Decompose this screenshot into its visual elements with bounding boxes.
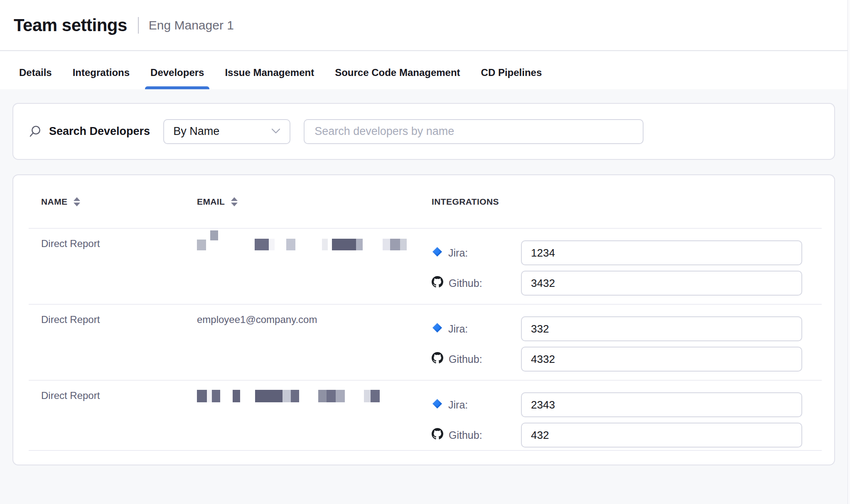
search-developers-label: Search Developers: [49, 125, 150, 138]
developer-email-cell: [184, 229, 419, 304]
jira-label: Jira:: [448, 247, 468, 259]
jira-id-input[interactable]: [521, 316, 802, 341]
jira-id-input[interactable]: [521, 240, 802, 265]
jira-label-group: Jira:: [432, 398, 521, 412]
github-icon: [432, 276, 443, 290]
github-icon: [432, 352, 443, 366]
redacted-email: [197, 390, 380, 402]
github-icon: [432, 428, 443, 442]
table-body: Direct Report: [29, 229, 822, 451]
search-input[interactable]: [304, 119, 644, 144]
integrations-cell: Jira: Github:: [419, 381, 822, 450]
jira-id-input[interactable]: [521, 392, 802, 417]
integrations-cell: Jira: Github:: [419, 229, 822, 304]
github-integration-line: Github:: [432, 423, 802, 448]
github-integration-line: Github:: [432, 347, 802, 372]
jira-integration-line: Jira:: [432, 240, 802, 265]
developer-email-cell: [184, 381, 419, 450]
developers-table-card: NAME EMAIL INTEGRATIONS Direct Report: [12, 174, 835, 465]
developer-name-cell: Direct Report: [29, 305, 184, 380]
github-label: Github:: [449, 353, 482, 365]
table-row: Direct Report employee1@company.com: [29, 305, 822, 381]
column-header-name: NAME: [29, 197, 184, 207]
github-id-input[interactable]: [521, 271, 802, 296]
developer-name: Direct Report: [41, 238, 100, 249]
jira-label: Jira:: [448, 323, 468, 335]
header: Team settings Eng Manager 1 DetailsInteg…: [0, 0, 850, 89]
tab-source-code-management[interactable]: Source Code Management: [335, 67, 460, 89]
column-header-integrations: INTEGRATIONS: [419, 197, 822, 207]
table-row: Direct Report: [29, 381, 822, 451]
developer-email-cell: employee1@company.com: [184, 305, 419, 380]
jira-label-group: Jira:: [432, 246, 521, 260]
search-filter-select[interactable]: By Name: [163, 119, 290, 144]
sort-icon-name[interactable]: [74, 197, 80, 206]
tab-issue-management[interactable]: Issue Management: [225, 67, 314, 89]
sort-icon-email[interactable]: [231, 197, 238, 206]
table-header-row: NAME EMAIL INTEGRATIONS: [29, 175, 822, 229]
main-content: Search Developers By Name NAME EMAIL: [0, 89, 850, 465]
jira-label-group: Jira:: [432, 322, 521, 336]
tab-integrations[interactable]: Integrations: [73, 67, 130, 89]
tab-bar: DetailsIntegrationsDevelopersIssue Manag…: [0, 51, 850, 89]
redacted-email: [197, 238, 407, 250]
jira-integration-line: Jira:: [432, 392, 802, 417]
github-label-group: Github:: [432, 276, 521, 290]
table-row: Direct Report: [29, 229, 822, 305]
page-subtitle: Eng Manager 1: [149, 18, 234, 32]
search-panel: Search Developers By Name: [12, 103, 835, 160]
github-integration-line: Github:: [432, 271, 802, 296]
developer-email: employee1@company.com: [197, 314, 317, 325]
developer-name-cell: Direct Report: [29, 229, 184, 304]
github-id-input[interactable]: [521, 347, 802, 372]
integrations-cell: Jira: Github:: [419, 305, 822, 380]
window-scrollbar[interactable]: [848, 0, 850, 504]
tab-developers[interactable]: Developers: [150, 67, 204, 89]
column-header-email: EMAIL: [184, 197, 419, 207]
tab-details[interactable]: Details: [19, 67, 52, 89]
search-filter-value: By Name: [173, 125, 219, 138]
github-label-group: Github:: [432, 352, 521, 366]
jira-icon: [432, 322, 443, 336]
page-title: Team settings: [14, 15, 127, 35]
title-row: Team settings Eng Manager 1: [0, 0, 850, 51]
chevron-down-icon: [271, 128, 280, 135]
jira-icon: [432, 398, 443, 412]
github-label: Github:: [449, 277, 482, 289]
github-label-group: Github:: [432, 428, 521, 442]
developer-name: Direct Report: [41, 390, 100, 401]
github-label: Github:: [449, 429, 482, 441]
tab-cd-pipelines[interactable]: CD Pipelines: [481, 67, 542, 89]
github-id-input[interactable]: [521, 423, 802, 448]
jira-integration-line: Jira:: [432, 316, 802, 341]
jira-label: Jira:: [448, 399, 468, 411]
team-settings-screen: Team settings Eng Manager 1 DetailsInteg…: [0, 0, 850, 504]
developer-name-cell: Direct Report: [29, 381, 184, 450]
developer-name: Direct Report: [41, 314, 100, 325]
title-divider: [138, 17, 139, 34]
search-icon: [28, 125, 42, 138]
jira-icon: [432, 246, 443, 260]
